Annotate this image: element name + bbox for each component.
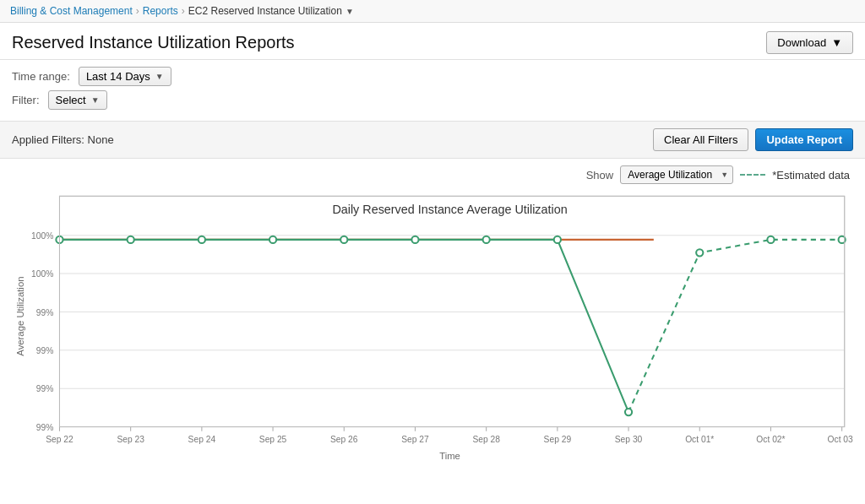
download-button[interactable]: Download ▼ [766,31,853,54]
chart-container: Show Average Utilization *Estimated data… [0,159,865,466]
svg-text:Time: Time [439,451,460,461]
breadcrumb-dropdown-icon[interactable]: ▼ [345,7,354,16]
svg-text:Sep 30: Sep 30 [615,435,643,444]
svg-point-48 [554,236,561,243]
page-header: Reserved Instance Utilization Reports Do… [0,23,865,60]
svg-text:Oct 01*: Oct 01* [685,435,714,444]
show-select[interactable]: Average Utilization [620,165,733,184]
svg-point-51 [767,236,774,243]
chart-svg: Daily Reserved Instance Average Utilizat… [12,187,853,466]
svg-point-46 [411,236,418,243]
chart-show-row: Show Average Utilization *Estimated data [12,165,850,184]
show-select-wrap: Average Utilization [620,165,733,184]
breadcrumb-billing[interactable]: Billing & Cost Management [10,5,133,17]
svg-point-50 [696,249,703,256]
show-label: Show [586,169,614,182]
svg-text:Daily Reserved Instance Averag: Daily Reserved Instance Average Utilizat… [332,203,567,216]
svg-point-43 [199,236,205,243]
filter-label: Filter: [12,94,40,106]
svg-text:99%: 99% [36,346,54,355]
time-range-chevron-icon: ▼ [155,72,164,81]
svg-text:Sep 28: Sep 28 [472,435,500,444]
svg-text:Sep 23: Sep 23 [117,435,144,444]
svg-text:100%: 100% [31,231,53,241]
svg-point-47 [483,236,490,243]
applied-filters-text: Applied Filters: None [12,133,114,146]
svg-text:Sep 25: Sep 25 [259,435,287,444]
svg-text:99%: 99% [36,384,54,393]
update-report-button[interactable]: Update Report [755,128,853,151]
estimated-data-legend-label: *Estimated data [772,169,850,182]
svg-text:Oct 02*: Oct 02* [756,435,785,444]
breadcrumb-sep-2: › [182,5,185,17]
breadcrumb-current: EC2 Reserved Instance Utilization ▼ [188,5,354,17]
chart-area: Daily Reserved Instance Average Utilizat… [12,187,853,466]
time-range-label: Time range: [12,70,70,83]
svg-text:100%: 100% [31,269,53,279]
svg-text:99%: 99% [36,423,54,432]
svg-point-45 [340,236,347,243]
svg-point-49 [625,409,632,415]
svg-text:99%: 99% [36,308,54,317]
filter-chevron-icon: ▼ [91,95,100,105]
svg-text:Oct 03*: Oct 03* [828,435,853,444]
svg-text:Sep 22: Sep 22 [46,435,73,444]
breadcrumb-sep-1: › [136,5,139,17]
svg-text:Sep 29: Sep 29 [544,435,572,444]
svg-text:Sep 26: Sep 26 [330,435,358,444]
applied-filters-bar: Applied Filters: None Clear All Filters … [0,122,865,159]
svg-text:Average Utilization: Average Utilization [15,277,25,356]
download-chevron-icon: ▼ [831,36,842,49]
filter-select[interactable]: Select ▼ [48,90,107,110]
estimated-data-legend-line [740,174,765,176]
svg-text:Sep 27: Sep 27 [401,435,429,444]
filter-actions: Clear All Filters Update Report [653,128,853,151]
time-range-select[interactable]: Last 14 Days ▼ [79,67,171,86]
filters-bar: Time range: Last 14 Days ▼ Filter: Selec… [0,60,865,122]
breadcrumb-reports[interactable]: Reports [143,5,178,17]
filter-row: Filter: Select ▼ [12,90,853,110]
page-title: Reserved Instance Utilization Reports [12,33,295,52]
svg-point-44 [269,236,276,243]
breadcrumb: Billing & Cost Management › Reports › EC… [0,0,865,23]
svg-point-42 [128,236,134,243]
time-range-row: Time range: Last 14 Days ▼ [12,67,853,86]
clear-all-filters-button[interactable]: Clear All Filters [653,128,748,151]
svg-text:Sep 24: Sep 24 [188,435,216,444]
